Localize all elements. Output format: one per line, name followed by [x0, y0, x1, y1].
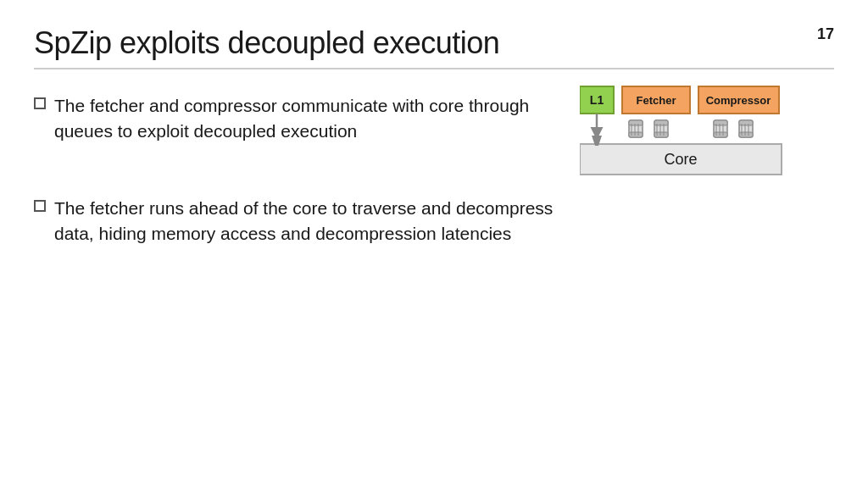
- architecture-diagram: L1 Fetcher Compressor: [580, 85, 834, 178]
- svg-rect-24: [739, 132, 753, 137]
- svg-rect-17: [714, 120, 727, 125]
- svg-rect-12: [654, 132, 668, 137]
- bullet-icon-2: [34, 200, 46, 212]
- core-label: Core: [664, 151, 697, 168]
- bullet-item-2: The fetcher runs ahead of the core to tr…: [34, 196, 563, 247]
- svg-rect-23: [739, 120, 753, 125]
- compressor-label: Compressor: [706, 94, 771, 107]
- content-area: The fetcher and compressor communicate w…: [34, 93, 834, 247]
- slide-number: 17: [817, 25, 834, 43]
- svg-rect-5: [629, 120, 643, 125]
- bullet-text-2: The fetcher runs ahead of the core to tr…: [54, 196, 563, 247]
- bullet-text-1: The fetcher and compressor communicate w…: [54, 93, 563, 145]
- svg-rect-11: [654, 120, 668, 125]
- diagram-svg: L1 Fetcher Compressor: [580, 85, 830, 178]
- bullet-icon-1: [34, 97, 46, 109]
- svg-rect-6: [629, 132, 643, 137]
- l1-label: L1: [590, 93, 604, 107]
- bullet-item-1: The fetcher and compressor communicate w…: [34, 93, 563, 145]
- slide-title: SpZip exploits decoupled execution: [34, 25, 834, 69]
- svg-rect-18: [714, 132, 727, 137]
- fetcher-label: Fetcher: [637, 94, 676, 107]
- slide: 17 SpZip exploits decoupled execution Th…: [0, 0, 868, 488]
- bullet-list: The fetcher and compressor communicate w…: [34, 93, 563, 247]
